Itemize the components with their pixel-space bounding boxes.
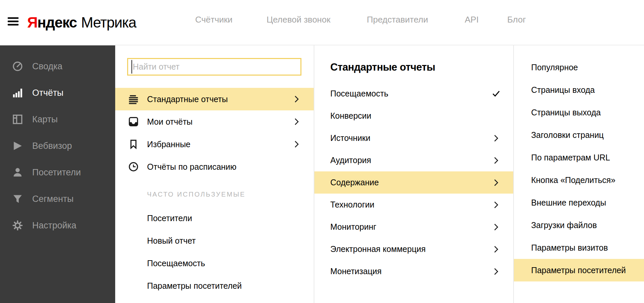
chevron-right-icon (494, 179, 499, 186)
menu-item-label: Посещаемость (330, 89, 388, 98)
gauge-icon (12, 60, 24, 72)
submenu-item-file-downloads[interactable]: Загрузки файлов (514, 214, 644, 236)
menu-item-label: Страницы входа (531, 85, 595, 95)
sidebar-item-label: Отчёты (32, 88, 63, 98)
menu-item-label: Аудитория (330, 155, 371, 165)
sidebar-item-maps[interactable]: Карты (0, 108, 115, 131)
report-item-audience[interactable]: Аудитория (314, 149, 513, 171)
menu-item-label: Загрузки файлов (531, 220, 597, 230)
nav-link-blog[interactable]: Блог (507, 15, 526, 25)
sidebar-item-label: Вебвизор (32, 141, 72, 151)
menu-item-my-reports[interactable]: Мои отчёты (115, 110, 314, 133)
chevron-right-icon (294, 118, 299, 125)
report-item-sources[interactable]: Источники (314, 127, 513, 149)
chevron-right-icon (494, 201, 499, 209)
frequent-item-visitors[interactable]: Посетители (115, 207, 314, 229)
report-search-box (127, 58, 301, 76)
menu-item-label: Монетизация (330, 267, 382, 276)
submenu-item-visitor-params[interactable]: Параметры посетителей (514, 259, 644, 281)
report-item-content[interactable]: Содержание (314, 171, 513, 194)
nav-link-target-call[interactable]: Целевой звонок (267, 15, 330, 25)
report-search-input[interactable] (128, 59, 300, 75)
inbox-icon (128, 117, 138, 127)
submenu-item-share-button[interactable]: Кнопка «Поделиться» (514, 169, 644, 191)
nav-link-counters[interactable]: Счётчики (195, 15, 232, 25)
checkmark-icon (492, 91, 500, 97)
yandex-metrika-logo[interactable]: Я ндекс Метрика (27, 13, 136, 32)
report-item-conversions[interactable]: Конверсии (314, 105, 513, 127)
report-item-monitoring[interactable]: Мониторинг (314, 216, 513, 238)
sidebar-item-summary[interactable]: Сводка (0, 55, 115, 78)
menu-item-label: Мои отчёты (147, 117, 193, 127)
chevron-right-icon (294, 141, 299, 148)
content-submenu-panel: Популярное Страницы входа Страницы выход… (514, 45, 644, 303)
menu-item-label: Заголовки страниц (531, 130, 604, 140)
report-item-technologies[interactable]: Технологии (314, 194, 513, 216)
chevron-right-icon (494, 268, 499, 275)
sidebar-item-visitors[interactable]: Посетители (0, 161, 115, 184)
sidebar-item-webvisor[interactable]: Вебвизор (0, 135, 115, 157)
sidebar-item-reports[interactable]: Отчёты (0, 82, 115, 104)
submenu-item-entry-pages[interactable]: Страницы входа (514, 79, 644, 101)
chevron-right-icon (494, 157, 499, 164)
layout-icon (12, 113, 24, 125)
person-icon (12, 166, 24, 178)
standard-reports-panel: Стандартные отчеты Посещаемость Конверси… (314, 45, 514, 303)
sidebar-item-label: Посетители (32, 167, 81, 178)
submenu-item-session-params[interactable]: Параметры визитов (514, 236, 644, 259)
menu-item-favorites[interactable]: Избранные (115, 133, 314, 155)
menu-item-label: Параметры визитов (531, 243, 608, 253)
panel-title: Стандартные отчеты (330, 60, 435, 75)
chevron-right-icon (494, 246, 499, 253)
hamburger-menu-icon[interactable] (8, 17, 19, 28)
submenu-item-popular[interactable]: Популярное (514, 56, 644, 79)
gear-icon (12, 219, 24, 231)
nav-link-representatives[interactable]: Представители (367, 15, 428, 25)
menu-item-label: По параметрам URL (531, 153, 610, 162)
frequent-item-visitor-params[interactable]: Параметры посетителей (115, 274, 314, 297)
frequently-used-section-title: ЧАСТО ИСПОЛЬЗУЕМЫЕ (147, 191, 246, 201)
menu-item-label: Технологии (330, 200, 374, 210)
submenu-item-url-params[interactable]: По параметрам URL (514, 146, 644, 169)
app-header: Я ндекс Метрика Счётчики Целевой звонок … (0, 0, 644, 45)
report-item-monetization[interactable]: Монетизация (314, 260, 513, 282)
list-icon (128, 94, 138, 104)
menu-item-label: Внешние переходы (531, 198, 606, 208)
menu-item-label: Параметры посетителей (147, 281, 242, 291)
bar-chart-icon (12, 87, 24, 99)
menu-item-label: Содержание (330, 178, 379, 187)
clock-icon (128, 162, 138, 172)
submenu-item-exit-pages[interactable]: Страницы выхода (514, 101, 644, 124)
chevron-right-icon (494, 135, 499, 142)
sidebar-item-segments[interactable]: Сегменты (0, 188, 115, 210)
menu-item-label: Электронная коммерция (330, 244, 426, 254)
submenu-item-page-titles[interactable]: Заголовки страниц (514, 124, 644, 146)
menu-item-label: Конверсии (330, 111, 371, 121)
menu-item-label: Источники (330, 133, 370, 143)
funnel-icon (12, 193, 24, 205)
menu-item-label: Кнопка «Поделиться» (531, 175, 615, 185)
menu-item-label: Параметры посетителей (531, 266, 626, 275)
chevron-right-icon (494, 223, 499, 231)
menu-item-label: Посетители (147, 213, 192, 223)
frequent-item-new-report[interactable]: Новый отчет (115, 229, 314, 252)
sidebar-item-label: Карты (32, 114, 58, 125)
sidebar-item-label: Настройка (32, 220, 76, 231)
menu-item-label: Страницы выхода (531, 108, 601, 117)
menu-item-label: Популярное (531, 63, 578, 72)
menu-item-standard-reports[interactable]: Стандартные отчеты (115, 88, 314, 110)
menu-item-scheduled-reports[interactable]: Отчёты по расписанию (115, 155, 314, 178)
menu-item-label: Стандартные отчеты (147, 94, 228, 104)
menu-item-label: Отчёты по расписанию (147, 162, 236, 172)
sidebar-item-settings[interactable]: Настройка (0, 214, 115, 237)
menu-item-label: Избранные (147, 140, 191, 149)
menu-item-label: Мониторинг (330, 222, 376, 232)
submenu-item-external-links[interactable]: Внешние переходы (514, 191, 644, 214)
report-item-ecommerce[interactable]: Электронная коммерция (314, 238, 513, 260)
chevron-right-icon (294, 95, 299, 103)
report-item-traffic[interactable]: Посещаемость (314, 83, 513, 105)
reports-menu-panel: Стандартные отчеты Мои отчёты Избранные (115, 45, 314, 303)
main-sidebar: Сводка Отчёты Карты Вебвизор Посетители (0, 45, 115, 303)
nav-link-api[interactable]: API (465, 15, 479, 25)
frequent-item-traffic[interactable]: Посещаемость (115, 252, 314, 274)
